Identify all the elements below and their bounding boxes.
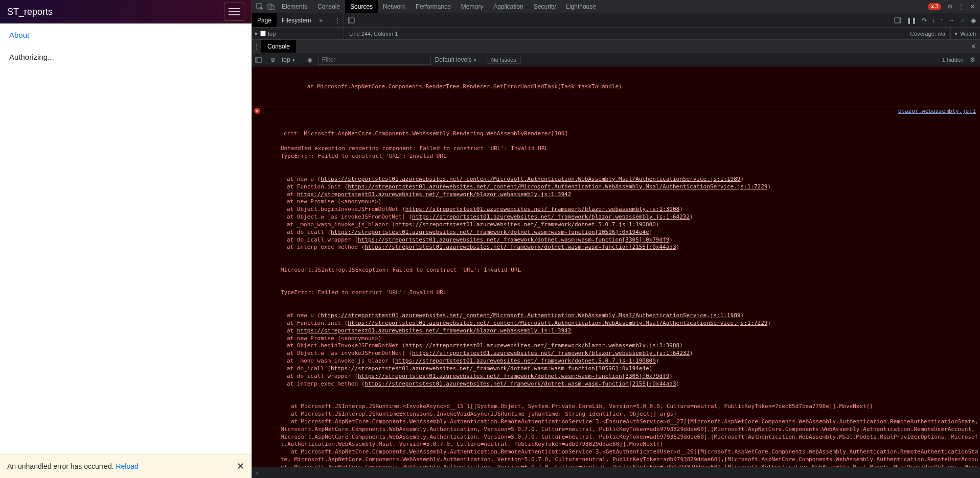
deactivate-breakpoints-icon[interactable]: ⟋	[960, 17, 966, 24]
devtools-panel: ElementsConsoleSourcesNetworkPerformance…	[252, 0, 980, 478]
filter-input[interactable]	[318, 55, 431, 65]
tab-security[interactable]: Security	[529, 0, 561, 13]
step-into-icon[interactable]: ↓	[932, 17, 935, 24]
stack-link[interactable]: https://streportstest01.azurewebsites.ne…	[321, 176, 740, 182]
pause-icon[interactable]: ❚❚	[906, 17, 917, 24]
sources-side-tabs: PageFilesystem » ⋮	[252, 13, 344, 27]
tab-console[interactable]: Console	[312, 0, 345, 13]
stack-link[interactable]: https://streportstest01.azurewebsites.ne…	[297, 191, 571, 198]
toggle-navigator-icon[interactable]	[344, 13, 358, 27]
tab-performance[interactable]: Performance	[411, 0, 456, 13]
devtools-tabstrip: ElementsConsoleSourcesNetworkPerformance…	[252, 0, 980, 13]
sources-tab-filesystem[interactable]: Filesystem	[277, 13, 316, 27]
stack-link[interactable]: https://streportstest01.azurewebsites.ne…	[412, 350, 690, 356]
close-drawer-icon[interactable]: ✕	[967, 43, 980, 50]
log-levels-selector[interactable]: Default levels	[435, 56, 483, 63]
sources-tab-page[interactable]: Page	[252, 13, 277, 27]
error-count-badge[interactable]: 3	[928, 3, 941, 10]
step-icon[interactable]: →	[948, 17, 954, 24]
stack-link[interactable]: https://streportstest01.azurewebsites.ne…	[395, 221, 656, 228]
cursor-position: Line 244, Column 1	[349, 31, 398, 37]
more-tabs-icon[interactable]: »	[316, 17, 326, 24]
tree-checkbox[interactable]	[260, 31, 266, 36]
sources-toolbar: PageFilesystem » ⋮ ❚❚ ↷ ↓ ↑ → ⟋ ◉	[252, 13, 980, 28]
tab-elements[interactable]: Elements	[277, 0, 312, 13]
stack-link[interactable]: https://streportstest01.azurewebsites.ne…	[348, 320, 767, 326]
stack-link[interactable]: https://streportstest01.azurewebsites.ne…	[405, 342, 679, 349]
app-navbar: ST_reports	[0, 0, 252, 23]
sources-status-row: ▸ top Line 244, Column 1 Coverage: n/a ▸…	[252, 28, 980, 40]
stack-link[interactable]: https://streportstest01.azurewebsites.ne…	[364, 244, 676, 250]
live-expression-icon[interactable]: ◉	[305, 56, 314, 63]
tab-sources[interactable]: Sources	[345, 0, 378, 13]
app-title: ST_reports	[7, 7, 53, 17]
svg-rect-4	[348, 18, 350, 23]
sidebar-toggle-icon[interactable]	[255, 57, 264, 63]
tab-application[interactable]: Application	[488, 0, 529, 13]
log-line-prev: at Microsoft.AspNetCore.Components.Rende…	[252, 66, 980, 107]
stack-link[interactable]: https://streportstest01.azurewebsites.ne…	[348, 183, 767, 190]
watch-label: Watch	[960, 31, 976, 37]
stack-link[interactable]: https://streportstest01.azurewebsites.ne…	[297, 327, 571, 334]
coverage-status[interactable]: Coverage: n/a	[910, 31, 945, 37]
clear-console-icon[interactable]: ⊘	[268, 56, 278, 63]
console-prompt[interactable]: ›	[252, 467, 980, 478]
pause-on-exceptions-icon[interactable]: ◉	[971, 17, 976, 24]
page-tree-root[interactable]: ▸ top	[252, 28, 344, 39]
kebab-icon[interactable]: ⋮	[955, 0, 967, 13]
device-toggle-icon[interactable]	[265, 0, 277, 13]
app-panel: ST_reports About Authorizing... An unhan…	[0, 0, 252, 478]
inspect-icon[interactable]	[254, 0, 265, 13]
stack-link[interactable]: https://streportstest01.azurewebsites.ne…	[331, 229, 649, 235]
stack-link[interactable]: https://streportstest01.azurewebsites.ne…	[331, 365, 649, 372]
stack-link[interactable]: https://streportstest01.azurewebsites.ne…	[358, 373, 669, 379]
stack-link[interactable]: https://streportstest01.azurewebsites.ne…	[412, 213, 690, 220]
issues-button[interactable]: No Issues	[487, 56, 521, 64]
drawer-kebab-icon[interactable]: ⋮	[252, 43, 261, 50]
drawer-tab-console[interactable]: Console	[261, 40, 296, 53]
svg-rect-8	[256, 57, 258, 62]
tab-network[interactable]: Network	[378, 0, 411, 13]
step-over-icon[interactable]: ↷	[922, 17, 927, 24]
tab-memory[interactable]: Memory	[456, 0, 488, 13]
error-banner: An unhandled error has occurred. Reload …	[0, 454, 252, 478]
gear-icon[interactable]: ⚙	[944, 0, 955, 13]
console-settings-icon[interactable]: ⚙	[968, 56, 977, 63]
svg-rect-6	[899, 18, 901, 23]
log-entry-error: × blazor.webassembly.js:1 crit: Microsof…	[252, 107, 980, 467]
stack-link[interactable]: https://streportstest01.azurewebsites.ne…	[358, 236, 669, 243]
context-selector[interactable]: top	[282, 56, 301, 63]
close-devtools-icon[interactable]: ✕	[967, 0, 978, 13]
side-kebab-icon[interactable]: ⋮	[331, 17, 344, 24]
stack-link[interactable]: https://streportstest01.azurewebsites.ne…	[364, 380, 676, 387]
chevron-right-icon: ▸	[955, 30, 958, 37]
stack-link[interactable]: https://streportstest01.azurewebsites.ne…	[405, 206, 679, 212]
hamburger-button[interactable]	[224, 3, 244, 21]
app-body-text: Authorizing...	[0, 46, 252, 478]
step-out-icon[interactable]: ↑	[940, 17, 943, 24]
nav-link-about[interactable]: About	[0, 23, 252, 46]
debugger-controls: ❚❚ ↷ ↓ ↑ → ⟋ ◉	[890, 17, 980, 24]
watch-section[interactable]: ▸ Watch	[950, 28, 980, 39]
tab-lighthouse[interactable]: Lighthouse	[561, 0, 601, 13]
sources-editor-toolbar: ❚❚ ↷ ↓ ↑ → ⟋ ◉	[344, 13, 980, 27]
svg-rect-2	[271, 6, 274, 10]
close-icon[interactable]: ✕	[237, 461, 244, 472]
tree-root-label: top	[268, 31, 276, 37]
console-toolbar: ⊘ top ◉ Default levels No Issues 1 hidde…	[252, 53, 980, 66]
stack-link[interactable]: https://streportstest01.azurewebsites.ne…	[321, 312, 740, 319]
error-icon: ×	[254, 108, 260, 114]
chevron-right-icon: ▸	[255, 30, 258, 37]
error-banner-text: An unhandled error has occurred.	[7, 462, 114, 470]
console-log[interactable]: at Microsoft.AspNetCore.Components.Rende…	[252, 66, 980, 467]
hidden-count[interactable]: 1 hidden	[942, 57, 964, 63]
reload-link[interactable]: Reload	[116, 462, 138, 470]
stack-link[interactable]: https://streportstest01.azurewebsites.ne…	[395, 357, 656, 364]
toggle-breakpoints-icon[interactable]	[894, 17, 901, 23]
console-drawer-header: ⋮ Console ✕	[252, 40, 980, 53]
source-link[interactable]: blazor.webassembly.js:1	[898, 108, 976, 115]
